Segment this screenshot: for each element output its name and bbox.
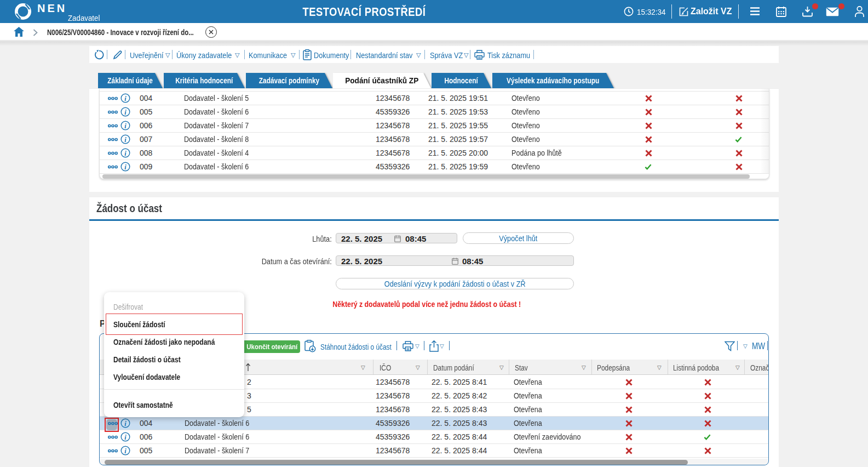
svg-text:i: i (124, 420, 127, 428)
svg-text:i: i (124, 122, 127, 130)
svg-text:i: i (124, 95, 127, 102)
svg-text:i: i (124, 447, 127, 455)
svg-text:i: i (124, 434, 127, 441)
svg-text:i: i (124, 109, 127, 116)
svg-text:i: i (124, 150, 127, 157)
svg-text:i: i (124, 136, 127, 144)
svg-text:i: i (124, 163, 127, 171)
